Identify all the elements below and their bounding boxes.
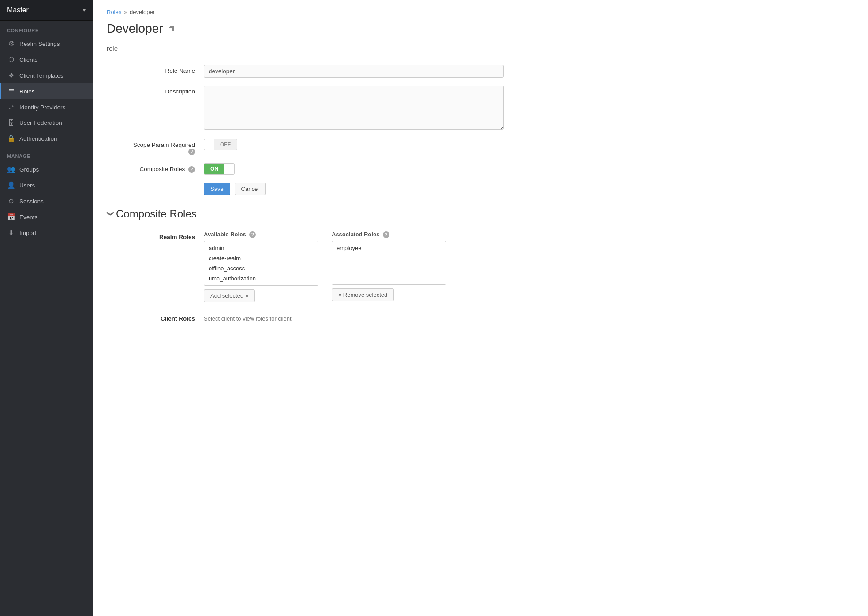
- section-divider: [107, 222, 854, 222]
- associated-roles-col: Associated Roles ? employee « Remove sel…: [332, 231, 446, 302]
- scope-param-label: Scope Param Required ?: [107, 139, 204, 155]
- realm-settings-icon: ⚙: [7, 40, 15, 48]
- composite-roles-toggle[interactable]: ON: [204, 163, 235, 175]
- composite-roles-control: ON: [204, 163, 504, 175]
- manage-label: Manage: [0, 146, 93, 161]
- composite-roles-collapse-icon[interactable]: ❮: [105, 211, 114, 217]
- list-item[interactable]: offline_access: [204, 263, 318, 273]
- role-name-control: [204, 65, 504, 78]
- sidebar-item-label: Roles: [19, 88, 35, 95]
- save-button[interactable]: Save: [204, 183, 230, 195]
- role-section-title: role: [107, 45, 854, 56]
- identity-providers-icon: ⇌: [7, 103, 15, 111]
- list-item[interactable]: employee: [332, 243, 446, 253]
- description-textarea[interactable]: [204, 86, 504, 130]
- sidebar-item-groups[interactable]: 👥 Groups: [0, 161, 93, 177]
- sidebar-item-sessions[interactable]: ⊙ Sessions: [0, 193, 93, 209]
- scope-param-off-button[interactable]: OFF: [214, 139, 237, 150]
- sessions-icon: ⊙: [7, 197, 15, 205]
- description-label: Description: [107, 86, 204, 95]
- scope-param-control: OFF: [204, 139, 504, 150]
- groups-icon: 👥: [7, 165, 15, 173]
- list-item[interactable]: uma_authorization: [204, 273, 318, 284]
- role-name-label: Role Name: [107, 65, 204, 74]
- role-name-input[interactable]: [204, 65, 504, 78]
- realm-roles-row: Realm Roles Available Roles ? admincreat…: [107, 231, 854, 302]
- composite-roles-section-header: ❮ Composite Roles: [107, 208, 854, 220]
- import-icon: ⬇: [7, 229, 15, 237]
- composite-roles-help-icon[interactable]: ?: [188, 166, 195, 173]
- description-control: [204, 86, 504, 131]
- sidebar-item-label: Realm Settings: [19, 41, 60, 47]
- list-item[interactable]: create-realm: [204, 253, 318, 263]
- sidebar-item-roles[interactable]: ☰ Roles: [0, 83, 93, 99]
- sidebar-item-clients[interactable]: ⬡ Clients: [0, 52, 93, 67]
- users-icon: 👤: [7, 181, 15, 189]
- composite-roles-label: Composite Roles ?: [107, 163, 204, 173]
- associated-roles-help-icon[interactable]: ?: [383, 231, 389, 238]
- sidebar-item-authentication[interactable]: 🔒 Authentication: [0, 131, 93, 146]
- client-roles-content: Select client to view roles for client: [204, 313, 854, 322]
- available-roles-header: Available Roles ?: [204, 231, 318, 238]
- roles-icon: ☰: [7, 87, 15, 95]
- scope-param-help-icon[interactable]: ?: [188, 149, 195, 155]
- client-templates-icon: ❖: [7, 71, 15, 79]
- scope-param-toggle[interactable]: OFF: [204, 139, 237, 150]
- sidebar: Master ▾ Configure ⚙ Realm Settings ⬡ Cl…: [0, 0, 93, 616]
- cancel-button[interactable]: Cancel: [235, 183, 266, 195]
- sidebar-item-client-templates[interactable]: ❖ Client Templates: [0, 67, 93, 83]
- realm-name: Master: [7, 6, 29, 14]
- add-selected-button[interactable]: Add selected »: [204, 289, 255, 302]
- list-item[interactable]: admin: [204, 243, 318, 253]
- sidebar-item-events[interactable]: 📅 Events: [0, 209, 93, 225]
- sidebar-item-label: Users: [19, 182, 35, 189]
- configure-label: Configure: [0, 21, 93, 36]
- sidebar-item-label: Import: [19, 230, 36, 236]
- realm-roles-label: Realm Roles: [107, 231, 204, 240]
- sidebar-item-label: Groups: [19, 166, 39, 173]
- main-content: Roles » developer Developer 🗑 role Role …: [93, 0, 868, 616]
- breadcrumb-parent[interactable]: Roles: [107, 9, 121, 15]
- breadcrumb: Roles » developer: [107, 9, 854, 15]
- delete-role-button[interactable]: 🗑: [168, 25, 176, 33]
- events-icon: 📅: [7, 213, 15, 221]
- form-buttons: Save Cancel: [204, 183, 504, 195]
- available-roles-col: Available Roles ? admincreate-realmoffli…: [204, 231, 318, 302]
- sidebar-item-label: Identity Providers: [19, 104, 65, 111]
- breadcrumb-separator: »: [124, 9, 127, 15]
- sidebar-item-label: Events: [19, 214, 37, 220]
- composite-roles-group: Composite Roles ? ON: [107, 163, 854, 175]
- client-roles-row: Client Roles Select client to view roles…: [107, 313, 854, 322]
- remove-selected-button[interactable]: « Remove selected: [332, 288, 394, 301]
- sidebar-item-user-federation[interactable]: 🗄 User Federation: [0, 115, 93, 131]
- description-group: Description: [107, 86, 854, 131]
- client-roles-placeholder: Select client to view roles for client: [204, 313, 292, 322]
- available-roles-listbox[interactable]: admincreate-realmoffline_accessuma_autho…: [204, 241, 318, 286]
- composite-roles-on-button[interactable]: ON: [204, 164, 224, 174]
- user-federation-icon: 🗄: [7, 119, 15, 127]
- sidebar-item-label: User Federation: [19, 119, 62, 126]
- authentication-icon: 🔒: [7, 134, 15, 142]
- sidebar-item-identity-providers[interactable]: ⇌ Identity Providers: [0, 99, 93, 115]
- realm-selector[interactable]: Master ▾: [0, 0, 93, 21]
- client-roles-label: Client Roles: [107, 313, 204, 322]
- breadcrumb-current: developer: [130, 9, 155, 15]
- clients-icon: ⬡: [7, 56, 15, 63]
- sidebar-item-label: Sessions: [19, 198, 44, 205]
- page-title: Developer: [107, 22, 163, 36]
- associated-roles-header: Associated Roles ?: [332, 231, 446, 238]
- sidebar-item-import[interactable]: ⬇ Import: [0, 225, 93, 241]
- sidebar-item-users[interactable]: 👤 Users: [0, 177, 93, 193]
- roles-content: Available Roles ? admincreate-realmoffli…: [204, 231, 854, 302]
- form-actions: Save Cancel: [107, 183, 854, 195]
- composite-roles-section-title: Composite Roles: [116, 208, 197, 220]
- sidebar-item-label: Authentication: [19, 135, 57, 142]
- associated-roles-listbox[interactable]: employee: [332, 241, 446, 285]
- sidebar-item-label: Client Templates: [19, 72, 64, 79]
- realm-chevron: ▾: [83, 7, 86, 13]
- page-title-row: Developer 🗑: [107, 22, 854, 36]
- sidebar-item-realm-settings[interactable]: ⚙ Realm Settings: [0, 36, 93, 52]
- available-roles-help-icon[interactable]: ?: [249, 231, 256, 238]
- sidebar-item-label: Clients: [19, 56, 37, 63]
- scope-param-group: Scope Param Required ? OFF: [107, 139, 854, 155]
